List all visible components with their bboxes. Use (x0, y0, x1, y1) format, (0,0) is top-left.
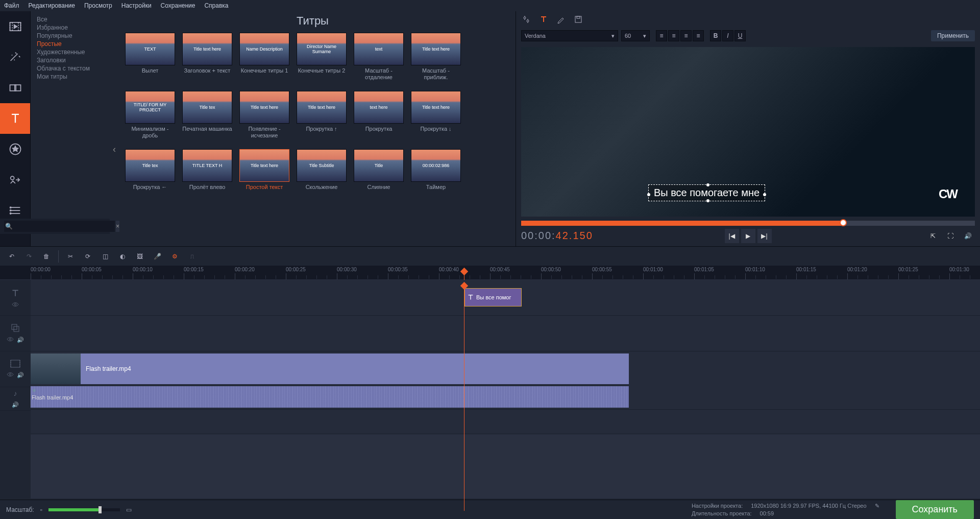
audio-clip[interactable]: ★ Flash trailer.mp4 (31, 386, 629, 408)
cat-headlines[interactable]: Заголовки (37, 56, 108, 64)
zoom-out-icon[interactable]: ▫ (40, 506, 42, 513)
menu-file[interactable]: Файл (4, 2, 19, 9)
menu-settings[interactable]: Настройки (121, 2, 152, 9)
track-headers: 🔊 🔊 ♪ 🔊 (0, 280, 31, 499)
linked-audio-track[interactable]: ★ Flash trailer.mp4 (31, 385, 980, 410)
clear-search-icon[interactable]: × (116, 221, 119, 232)
cat-artistic[interactable]: Художественные (37, 48, 108, 56)
title-preset-11[interactable]: Title text hereПрокрутка ↓ (411, 91, 461, 139)
delete-icon[interactable]: 🗑 (39, 249, 54, 264)
title-preset-3[interactable]: Director Name SurnameКонечные титры 2 (297, 33, 347, 81)
volume-icon[interactable]: 🔊 (961, 229, 975, 243)
title-preset-1[interactable]: Title text hereЗаголовок + текст (182, 33, 232, 81)
overlay-track-header[interactable]: 🔊 (0, 316, 31, 351)
crop-icon[interactable]: ◫ (97, 249, 113, 264)
text-props-icon[interactable] (538, 14, 549, 25)
title-overlay[interactable]: Вы все помогаете мне (648, 184, 765, 201)
category-list: Все Избранное Популярные Простые Художес… (31, 11, 110, 85)
tool-callouts[interactable] (0, 164, 30, 195)
title-preset-12[interactable]: Title texПрокрутка ← (125, 149, 175, 197)
title-preset-5[interactable]: Title text hereМасштаб - приближ. (411, 33, 461, 81)
title-preset-10[interactable]: text hereПрокрутка (354, 91, 404, 139)
tool-stickers[interactable] (0, 134, 30, 164)
font-select[interactable]: Verdana▾ (521, 30, 618, 41)
fullscreen-icon[interactable]: ⛶ (943, 229, 958, 243)
playhead[interactable] (464, 286, 464, 511)
redo-icon[interactable]: ↷ (21, 249, 37, 264)
italic-button[interactable]: I (722, 30, 733, 41)
save-button[interactable]: Сохранить (896, 500, 974, 519)
video-track-header[interactable]: 🔊 (0, 351, 31, 387)
color-props-icon[interactable] (556, 14, 566, 25)
title-track[interactable]: Вы все помог (31, 280, 980, 316)
cat-popular[interactable]: Популярные (37, 32, 108, 40)
equalizer-icon[interactable]: ⎍ (184, 249, 200, 264)
save-preset-icon[interactable] (573, 14, 583, 25)
search-input[interactable] (4, 221, 115, 232)
overlay-track[interactable] (31, 316, 980, 351)
menu-save[interactable]: Сохранение (161, 2, 195, 9)
title-preset-15[interactable]: Title SubtitleСкольжение (297, 149, 347, 197)
align-right-icon[interactable]: ≡ (680, 30, 692, 41)
title-preset-7[interactable]: Title texПечатная машинка (182, 91, 232, 139)
cat-simple[interactable]: Простые (37, 40, 108, 48)
audio-track-header[interactable]: ♪ 🔊 (0, 387, 31, 411)
title-preset-2[interactable]: Name DescriptionКонечные титры 1 (239, 33, 289, 81)
menu-help[interactable]: Справка (204, 2, 228, 9)
menu-view[interactable]: Просмотр (84, 2, 112, 9)
next-frame-icon[interactable]: ▶| (757, 229, 772, 243)
tool-filters[interactable] (0, 42, 30, 73)
title-preset-14[interactable]: Title text hereПростой текст (239, 149, 289, 197)
undo-icon[interactable]: ↶ (4, 249, 19, 264)
clip-properties-icon[interactable]: ⚙ (167, 249, 182, 264)
zoom-slider[interactable] (48, 508, 120, 511)
menu-edit[interactable]: Редактирование (29, 2, 75, 9)
video-track[interactable]: Flash trailer.mp4 (31, 351, 980, 386)
detach-icon[interactable]: ⇱ (926, 229, 940, 243)
record-audio-icon[interactable]: 🎤 (150, 249, 165, 264)
title-preset-8[interactable]: Title text hereПоявление - исчезание (239, 91, 289, 139)
cat-my[interactable]: Мои титры (37, 73, 108, 81)
video-clip[interactable]: Flash trailer.mp4 (31, 353, 629, 384)
search-icon: 🔍 (5, 223, 13, 230)
tool-import[interactable] (0, 11, 30, 42)
title-preset-4[interactable]: textМасштаб - отдаление (354, 33, 404, 81)
edit-settings-icon[interactable]: ✎ (875, 503, 879, 509)
title-preset-0[interactable]: TEXTВылет (125, 33, 175, 81)
title-preset-17[interactable]: 00:00:02:986Таймер (411, 149, 461, 197)
underline-button[interactable]: U (734, 30, 746, 41)
title-preset-9[interactable]: Title text hereПрокрутка ↑ (297, 91, 347, 139)
apply-button[interactable]: Применить (931, 30, 975, 41)
cut-icon[interactable]: ✂ (63, 249, 78, 264)
tool-transitions[interactable] (0, 73, 30, 103)
svg-rect-14 (14, 326, 19, 332)
align-justify-icon[interactable]: ≡ (693, 30, 704, 41)
music-track[interactable] (31, 410, 980, 434)
title-preset-13[interactable]: TITLE TEXT HПролёт влево (182, 149, 232, 197)
tracks-area[interactable]: Вы все помог Flash trailer.mp4 ★ Flash t… (31, 280, 980, 499)
zoom-fit-icon[interactable]: ▭ (126, 506, 132, 513)
preview-viewport[interactable]: Вы все помогаете мне CW (521, 47, 975, 217)
color-adjust-icon[interactable]: ◐ (115, 249, 130, 264)
cat-all[interactable]: Все (37, 15, 108, 23)
cat-speech[interactable]: Облачка с текстом (37, 64, 108, 73)
title-track-header[interactable] (0, 280, 31, 316)
align-center-icon[interactable]: ≡ (668, 30, 679, 41)
clip-props-icon[interactable] (521, 14, 531, 25)
collapse-sidebar-icon[interactable]: ‹ (110, 144, 119, 159)
timeline-ruler[interactable]: 00:00:0000:00:0500:00:1000:00:1500:00:20… (0, 266, 980, 280)
preview-scrubber[interactable] (521, 221, 975, 226)
prev-frame-icon[interactable]: |◀ (725, 229, 739, 243)
rotate-icon[interactable]: ⟳ (80, 249, 95, 264)
align-left-icon[interactable]: ≡ (656, 30, 667, 41)
title-clip[interactable]: Вы все помог (464, 288, 522, 306)
play-icon[interactable]: ▶ (741, 229, 755, 243)
title-preset-6[interactable]: TITLE/ FOR MY PROJECTМинимализм - дробь (125, 91, 175, 139)
title-preset-16[interactable]: TitleСлияние (354, 149, 404, 197)
tool-titles[interactable] (0, 103, 30, 134)
svg-point-12 (14, 303, 16, 305)
fontsize-select[interactable]: 60▾ (621, 30, 650, 41)
cat-fav[interactable]: Избранное (37, 23, 108, 32)
chroma-icon[interactable]: 🖼 (132, 249, 148, 264)
bold-button[interactable]: B (710, 30, 721, 41)
